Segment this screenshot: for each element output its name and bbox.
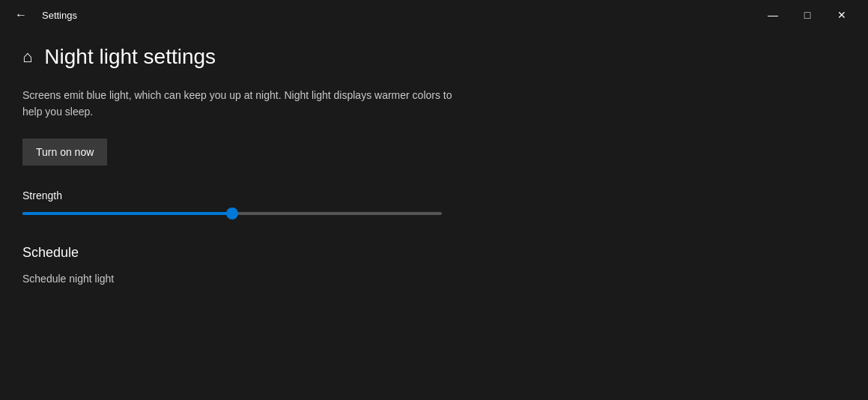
page-header: ⌂ Night light settings — [22, 45, 846, 69]
close-button[interactable]: ✕ — [825, 3, 859, 27]
strength-slider-container — [22, 212, 442, 215]
minimize-button[interactable]: — — [756, 3, 790, 27]
schedule-section-title: Schedule — [22, 245, 846, 261]
schedule-section: Schedule Schedule night light — [22, 245, 846, 285]
titlebar-controls: — □ ✕ — [756, 3, 859, 27]
strength-label: Strength — [22, 190, 846, 201]
page-title: Night light settings — [44, 45, 216, 69]
slider-thumb[interactable] — [226, 207, 238, 219]
strength-section: Strength — [22, 190, 846, 215]
schedule-night-light-label: Schedule night light — [22, 273, 846, 285]
titlebar: ← Settings — □ ✕ — [0, 0, 868, 30]
turn-on-now-button[interactable]: Turn on now — [22, 139, 107, 166]
titlebar-title: Settings — [42, 10, 77, 21]
home-icon: ⌂ — [22, 47, 32, 67]
main-content: ⌂ Night light settings Screens emit blue… — [0, 30, 868, 306]
description-text: Screens emit blue light, which can keep … — [22, 87, 472, 121]
titlebar-left: ← Settings — [9, 5, 77, 25]
slider-track — [22, 212, 442, 215]
back-button[interactable]: ← — [9, 5, 33, 25]
slider-fill — [22, 212, 232, 215]
maximize-button[interactable]: □ — [790, 3, 825, 27]
